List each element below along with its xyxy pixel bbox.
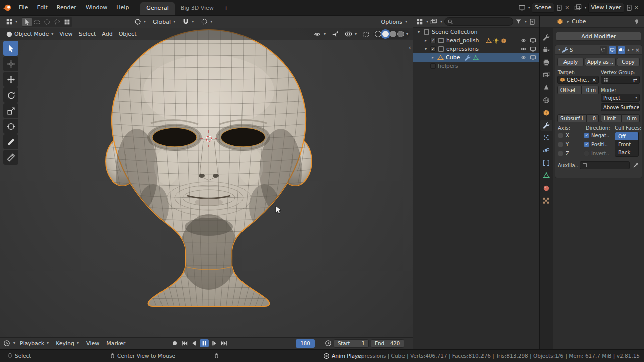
tab-material[interactable] xyxy=(540,183,552,194)
tool-move[interactable] xyxy=(3,72,18,87)
modifier-panel-header[interactable]: ▾ S ▴ ▾ × xyxy=(555,45,642,55)
tab-scene[interactable] xyxy=(540,82,552,93)
expander-icon[interactable]: ▸ xyxy=(423,38,428,43)
offset-field-label[interactable]: Offset xyxy=(557,86,582,94)
tab-constraints[interactable] xyxy=(540,157,552,168)
xray-toggle[interactable] xyxy=(360,29,372,39)
menu-add[interactable]: Add xyxy=(99,29,115,39)
select-mode-box[interactable] xyxy=(32,18,42,26)
subsurf-levels-value[interactable]: 0 xyxy=(587,114,599,122)
filter-icon[interactable] xyxy=(515,18,522,25)
axis-y-checkbox[interactable]: Y xyxy=(558,142,569,147)
disable-viewport-icon[interactable] xyxy=(530,37,536,44)
tab-world[interactable] xyxy=(540,95,552,106)
direction-invert-checkbox[interactable]: Invert.. xyxy=(584,151,609,156)
tab-physics[interactable] xyxy=(540,145,552,156)
disable-viewport-icon[interactable] xyxy=(530,54,536,61)
limit-value[interactable]: 0 m xyxy=(622,114,640,122)
expander-icon[interactable]: ▾ xyxy=(423,47,428,51)
timeline-editor-icon[interactable] xyxy=(3,340,10,347)
jump-to-start-icon[interactable] xyxy=(181,340,188,347)
auxiliary-target-field[interactable] xyxy=(580,161,630,169)
chevron-down-icon[interactable]: ▾ xyxy=(584,6,586,10)
add-modifier-dropdown[interactable]: Add Modifier xyxy=(556,32,641,41)
hide-viewport-icon[interactable] xyxy=(520,54,527,61)
tool-measure[interactable] xyxy=(3,150,18,165)
pause-button[interactable] xyxy=(200,339,209,347)
gizmo-toggle[interactable] xyxy=(329,29,341,39)
mode-dropdown[interactable]: Object Mode ▾ xyxy=(3,29,56,39)
unlink-scene-icon[interactable]: × xyxy=(565,4,569,11)
eyedropper-icon[interactable] xyxy=(633,162,639,168)
use-preview-range-icon[interactable] xyxy=(325,340,332,347)
hide-viewport-icon[interactable] xyxy=(520,37,527,44)
chevron-down-icon[interactable]: ▾ xyxy=(13,341,15,345)
move-up-icon[interactable]: ▴ xyxy=(628,48,630,52)
tab-object[interactable] xyxy=(540,107,552,118)
collection-checkbox[interactable]: ✓ xyxy=(430,38,436,43)
move-down-icon[interactable]: ▾ xyxy=(632,48,634,52)
tool-annotate[interactable] xyxy=(3,134,18,149)
tab-output[interactable] xyxy=(540,57,552,68)
tool-select-box[interactable] xyxy=(3,41,18,56)
chevron-down-icon[interactable]: ▾ xyxy=(426,20,428,24)
auto-keying-record-icon[interactable] xyxy=(171,340,178,347)
tab-render[interactable] xyxy=(540,44,552,55)
cull-off-option[interactable]: Off xyxy=(615,132,638,140)
tool-rotate[interactable] xyxy=(3,87,18,103)
expander-icon[interactable]: ▾ xyxy=(416,30,421,34)
transform-pivot-button[interactable]: ▾ xyxy=(132,17,148,27)
jump-to-end-icon[interactable] xyxy=(221,340,228,347)
expander-icon[interactable]: ▸ xyxy=(430,55,435,60)
apply-as-button[interactable]: Apply as .. xyxy=(585,58,616,66)
hide-viewport-icon[interactable] xyxy=(520,46,527,52)
cull-back-option[interactable]: Back xyxy=(615,148,638,156)
menu-edit[interactable]: Edit xyxy=(32,2,52,13)
menu-marker[interactable]: Marker xyxy=(104,339,128,348)
object-visibility-dropdown[interactable]: ▾ xyxy=(311,29,328,39)
limit-label[interactable]: Limit xyxy=(601,114,622,122)
outliner-row-head-polish[interactable]: ▸ ✓ head_polish xyxy=(413,36,539,45)
direction-positive-checkbox[interactable]: ✓Positi.. xyxy=(584,142,608,147)
shading-material[interactable] xyxy=(390,31,396,37)
close-modifier-icon[interactable]: × xyxy=(635,47,640,53)
viewport-3d[interactable]: ▾ ▾ Global ▾ ▾ xyxy=(0,16,413,337)
previous-keyframe-icon[interactable] xyxy=(190,340,197,347)
menu-select[interactable]: Select xyxy=(76,29,98,39)
menu-playback[interactable]: Playback▾ xyxy=(17,339,51,348)
new-scene-icon[interactable] xyxy=(556,4,563,11)
head-mesh[interactable] xyxy=(96,28,322,322)
modifier-realtime-toggle[interactable] xyxy=(609,46,616,54)
outliner-row-helpers[interactable]: helpers xyxy=(413,62,539,70)
outliner-row-scene-collection[interactable]: ▾ Scene Collection xyxy=(413,28,539,36)
menu-view[interactable]: View xyxy=(57,29,75,39)
menu-help[interactable]: Help xyxy=(112,2,133,13)
copy-button[interactable]: Copy xyxy=(617,58,640,66)
frame-start-field[interactable]: Start1 xyxy=(334,339,369,348)
view-layer-icon[interactable] xyxy=(574,4,582,11)
chevron-down-icon[interactable]: ▾ xyxy=(406,32,408,36)
disable-viewport-icon[interactable] xyxy=(530,46,536,52)
panel-expander-icon[interactable]: ▾ xyxy=(558,48,560,52)
subsurf-levels-label[interactable]: Subsurf L xyxy=(557,114,587,122)
menu-render[interactable]: Render xyxy=(52,2,81,13)
workspace-tab-big-3d-view[interactable]: Big 3D View xyxy=(175,2,220,15)
view-layer-selector[interactable]: View Layer xyxy=(588,3,624,13)
tab-texture[interactable] xyxy=(540,195,552,206)
options-dropdown[interactable]: Options ▾ xyxy=(379,17,410,27)
new-view-layer-icon[interactable] xyxy=(626,4,633,11)
select-mode-circle[interactable] xyxy=(42,18,52,26)
tab-modifiers[interactable] xyxy=(540,120,552,131)
mode-dropdown-field[interactable]: Project ▾ xyxy=(601,94,640,102)
select-mode-extend[interactable] xyxy=(62,18,72,26)
outliner-editor-icon[interactable] xyxy=(416,18,423,25)
outliner-row-cube[interactable]: ▸ Cube xyxy=(413,53,539,62)
target-object-field[interactable]: GEO-he.. × xyxy=(557,76,599,84)
tab-view-layer[interactable] xyxy=(540,69,552,80)
editor-type-button[interactable]: ▾ xyxy=(3,17,20,27)
scene-icon[interactable] xyxy=(518,4,526,11)
direction-negative-checkbox[interactable]: ✓Negat.. xyxy=(584,133,609,138)
invert-vertex-group-icon[interactable]: ⇄ xyxy=(633,77,637,83)
transform-orientation-dropdown[interactable]: Global ▾ xyxy=(150,17,178,27)
select-mode-lasso[interactable] xyxy=(52,18,62,26)
